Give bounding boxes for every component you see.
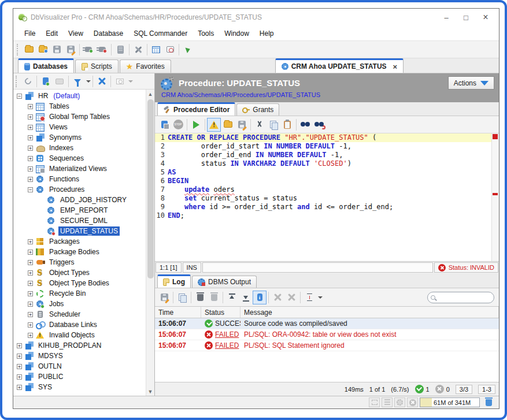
log-row-failed[interactable]: 15:06:07FAILEDPL/SQL: ORA-00942: table o…: [155, 329, 499, 340]
tree-item-sys[interactable]: +SYS: [13, 382, 146, 392]
menu-database[interactable]: Database: [88, 27, 128, 40]
sql-editor[interactable]: 1CREATE OR REPLACE PROCEDURE "HR"."UPDAT…: [155, 133, 499, 262]
clear-on-execute-button[interactable]: [207, 291, 221, 304]
column-header-status[interactable]: Status: [201, 307, 240, 318]
monitor-button[interactable]: [163, 43, 177, 57]
code-line-1[interactable]: 1CREATE OR REPLACE PROCEDURE "HR"."UPDAT…: [155, 133, 491, 142]
tree-expander-icon[interactable]: +: [28, 302, 33, 307]
tree-item-add-job-history[interactable]: ADD_JOB_HISTORY: [13, 195, 146, 205]
tree-expander-icon[interactable]: +: [28, 250, 33, 255]
error-marker-summary[interactable]: [493, 134, 498, 139]
tree-expander-icon[interactable]: −: [28, 187, 33, 192]
tree-item-mdsys[interactable]: +MDSYS: [13, 351, 146, 361]
tree-expander-icon[interactable]: +: [28, 177, 33, 182]
connections-button[interactable]: [382, 397, 393, 407]
tree-item-emp-report[interactable]: EMP_REPORT: [13, 205, 146, 215]
load-from-file-button[interactable]: [221, 118, 235, 132]
tree-item-triggers[interactable]: +Triggers: [13, 257, 146, 267]
tree-item-sequences[interactable]: +Sequences: [13, 153, 146, 163]
tab-dbms-output[interactable]: DBMS Output: [192, 276, 257, 288]
connect-button[interactable]: [82, 43, 95, 57]
tree-item-hr[interactable]: −HR(Default): [13, 91, 146, 101]
tree-expander-icon[interactable]: +: [17, 354, 22, 359]
tab-grants[interactable]: Grants: [236, 103, 279, 116]
tree-expander-icon[interactable]: +: [28, 135, 33, 140]
tree-item-views[interactable]: +Views: [13, 122, 146, 132]
toolbar-grip[interactable]: [16, 76, 18, 87]
tree-item-packages[interactable]: +Packages: [13, 236, 146, 247]
properties-dropdown-arrow[interactable]: [128, 80, 133, 83]
tasks-button[interactable]: [394, 397, 405, 407]
filter-dropdown-arrow[interactable]: [86, 80, 91, 83]
maximize-button[interactable]: □: [456, 10, 476, 25]
tree-expander-icon[interactable]: +: [28, 322, 33, 328]
tree-item-functions[interactable]: +Functions: [13, 174, 146, 184]
log-row-success[interactable]: 15:06:07SUCCESSSource code was compiled/…: [155, 318, 499, 329]
tree-item-scheduler[interactable]: +Scheduler: [13, 309, 146, 319]
tab-databases[interactable]: Databases: [18, 58, 74, 73]
scrollbar-track[interactable]: [146, 98, 155, 387]
minimize-button[interactable]: –: [436, 10, 456, 25]
tree-expander-icon[interactable]: +: [28, 114, 33, 120]
title-bar[interactable]: DbVisualizer Pro - CRM Ahoa/Schemas/HR/P…: [13, 9, 499, 26]
tab-object-update-status[interactable]: CRM Ahoa UPDATE_STATUS ×: [275, 58, 404, 73]
tree-item-indexes[interactable]: +Indexes: [13, 143, 146, 153]
scroll-to-top-button[interactable]: [225, 291, 239, 304]
clear-log-button[interactable]: [193, 291, 207, 304]
tab-close-icon[interactable]: ×: [393, 62, 398, 71]
row-spacing-button[interactable]: [302, 291, 316, 304]
tab-favorites[interactable]: ★ Favorites: [120, 60, 171, 73]
scroll-to-bottom-button[interactable]: [239, 291, 253, 304]
tree-expander-icon[interactable]: +: [17, 374, 22, 380]
tree-item-package-bodies[interactable]: +Package Bodies: [13, 247, 146, 257]
log-table-header[interactable]: Time Status Message: [155, 307, 499, 318]
collapse-all-log-button[interactable]: [284, 291, 298, 304]
tree-scrollbar[interactable]: ▲ ▼: [146, 90, 154, 396]
tree-expander-icon[interactable]: +: [28, 156, 33, 161]
tree-expander-icon[interactable]: +: [28, 125, 33, 130]
find-button[interactable]: [298, 118, 312, 132]
code-line-9[interactable]: 9 where id >= order_id_start and id <= o…: [155, 203, 491, 211]
expand-all-button[interactable]: [271, 291, 284, 304]
tree-item-public[interactable]: +PUBLIC: [13, 371, 146, 382]
tab-procedure-editor[interactable]: Procedure Editor: [157, 102, 235, 116]
disconnect-button[interactable]: [95, 43, 109, 57]
execute-button[interactable]: [189, 118, 203, 132]
column-header-message[interactable]: Message: [240, 307, 499, 318]
code-line-5[interactable]: 5AS: [155, 168, 491, 177]
close-button[interactable]: ×: [476, 10, 495, 25]
scroll-up-icon[interactable]: ▲: [146, 90, 155, 98]
new-connection-button[interactable]: [39, 75, 53, 88]
code-line-8[interactable]: 8 set current_status = status: [155, 194, 491, 203]
tree-expander-icon[interactable]: +: [17, 364, 22, 369]
show-info-toggle[interactable]: i: [253, 291, 267, 304]
menu-view[interactable]: View: [63, 27, 88, 40]
layout-button[interactable]: [369, 397, 380, 407]
search-input[interactable]: [435, 293, 494, 302]
copy-log-button[interactable]: [175, 291, 189, 304]
error-marker-line7[interactable]: [493, 193, 498, 195]
tree-item-kihub-prodplan[interactable]: +KIHUB_PRODPLAN: [13, 340, 146, 351]
save-button[interactable]: [50, 43, 64, 57]
cut-button[interactable]: [253, 118, 267, 132]
tree-item-jobs[interactable]: +Jobs: [13, 299, 146, 309]
tree-expander-icon[interactable]: +: [28, 146, 33, 151]
breadcrumb[interactable]: CRM Ahoa/Schemas/HR/Procedures/UPDATE_ST…: [161, 91, 494, 98]
tree-expander-icon[interactable]: +: [28, 312, 33, 317]
filter-button[interactable]: [71, 75, 84, 88]
column-header-time[interactable]: Time: [155, 307, 201, 318]
find-replace-button[interactable]: [312, 118, 326, 132]
menu-sql-commander[interactable]: SQL Commander: [128, 27, 193, 40]
code-line-6[interactable]: 6BEGIN: [155, 177, 491, 185]
code-line-4[interactable]: 4 status IN VARCHAR2 DEFAULT 'CLOSED'): [155, 159, 491, 168]
tree-item-procedures[interactable]: −Procedures: [13, 184, 146, 195]
scrollbar-thumb[interactable]: [147, 99, 154, 278]
tree-expander-icon[interactable]: +: [17, 385, 22, 390]
log-row-failed[interactable]: 15:06:07FAILEDPL/SQL: SQL Statement igno…: [155, 340, 499, 351]
new-folder-button[interactable]: [53, 75, 66, 88]
tree-expander-icon[interactable]: +: [28, 166, 33, 172]
properties-button[interactable]: [113, 75, 127, 88]
scroll-down-icon[interactable]: ▼: [146, 387, 155, 396]
tree-item-database-links[interactable]: +Database Links: [13, 319, 146, 330]
tree-item-recycle-bin[interactable]: +Recycle Bin: [13, 288, 146, 299]
